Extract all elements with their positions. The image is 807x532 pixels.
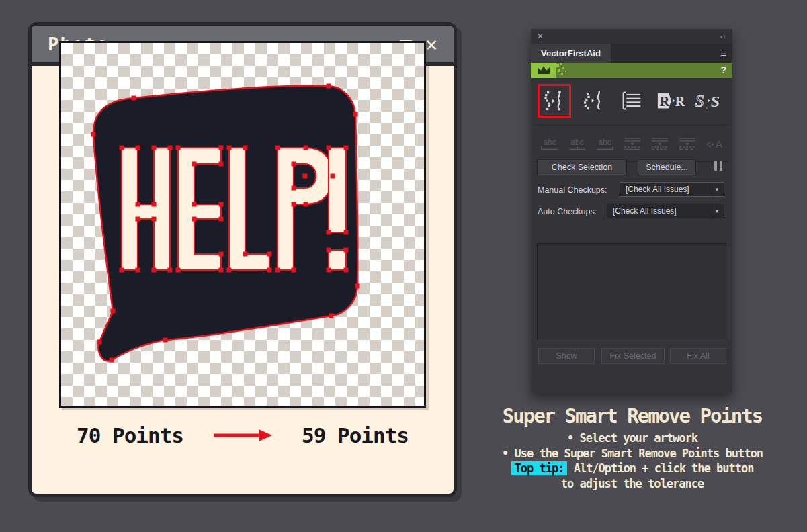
- paragraph-spacing-icon-3[interactable]: [679, 137, 696, 152]
- panel-collapse-icon[interactable]: ‹‹: [720, 32, 726, 40]
- auto-checkups-value: [Check All Issues]: [607, 206, 710, 216]
- abc-underline-left-icon[interactable]: abc: [541, 138, 558, 150]
- chevron-down-icon[interactable]: ▼: [710, 183, 724, 196]
- toolbar-divider: [535, 125, 728, 126]
- close-button[interactable]: ✕: [425, 34, 437, 54]
- issues-list[interactable]: [537, 243, 726, 339]
- manual-checkups-label: Manual Checkups:: [538, 185, 607, 195]
- artwork-canvas: HELP!: [59, 41, 426, 408]
- svg-text:x: x: [706, 105, 709, 111]
- crown-icon: [531, 63, 556, 78]
- vectorfirstaid-panel: ✕ ‹‹ VectorFirstAid ≡ ?: [531, 29, 732, 393]
- panel-tab-row: VectorFirstAid ≡: [531, 44, 732, 63]
- schedule-button[interactable]: Schedule...: [638, 159, 696, 175]
- manual-checkups-value: [Check All Issues]: [620, 185, 710, 194]
- help-icon[interactable]: ?: [720, 63, 732, 78]
- tutorial-bullet-2: • Use the Super Smart Remove Points butt…: [462, 446, 802, 461]
- super-smart-remove-points-button[interactable]: [540, 86, 569, 116]
- kerning-icon[interactable]: A: [706, 140, 722, 149]
- panel-close-icon[interactable]: ✕: [537, 32, 544, 41]
- smart-remove-points-button[interactable]: [579, 86, 608, 116]
- points-before: 70 Points: [77, 423, 183, 447]
- banner-pixel-dissolve: [556, 63, 568, 78]
- auto-checkups-label: Auto Checkups:: [538, 207, 597, 216]
- auto-checkups-dropdown[interactable]: [Check All Issues] ▼: [607, 204, 724, 218]
- panel-menu-icon[interactable]: ≡: [720, 48, 732, 59]
- tutorial-tip-line-2: to adjust the tolerance: [462, 476, 802, 492]
- main-toolbar: R R S x S: [531, 81, 732, 120]
- replace-fancy-font-s-button[interactable]: S x S: [694, 86, 724, 116]
- tutorial-bullet-1: • Select your artwork: [462, 431, 802, 446]
- text-tools-row: abc abc abc: [531, 130, 732, 159]
- show-button[interactable]: Show: [538, 348, 595, 364]
- panel-header-strip: ✕ ‹‹: [531, 29, 732, 44]
- tutorial-caption: Super Smart Remove Points • Select your …: [462, 404, 802, 491]
- svg-text:S: S: [695, 92, 704, 110]
- tutorial-tip-line: Top tip: Alt/Option + click the button: [462, 461, 802, 476]
- manual-checkups-dropdown[interactable]: [Check All Issues] ▼: [620, 182, 724, 197]
- tutorial-title: Super Smart Remove Points: [462, 404, 802, 427]
- svg-text:R: R: [675, 94, 685, 109]
- svg-text:R: R: [659, 94, 669, 109]
- license-banner: ?: [531, 63, 732, 78]
- tab-vectorfirstaid[interactable]: VectorFirstAid: [531, 44, 611, 63]
- red-arrow-icon: [212, 428, 273, 443]
- pause-checkups-icon[interactable]: [714, 161, 722, 171]
- tip-text: Alt/Option + click the button: [574, 461, 754, 475]
- paragraph-spacing-icon-2[interactable]: [651, 137, 669, 152]
- fix-all-button[interactable]: Fix All: [670, 348, 726, 364]
- convert-outlined-text-r-button[interactable]: R R: [656, 86, 685, 116]
- check-selection-button[interactable]: Check Selection: [537, 159, 627, 175]
- paragraph-spacing-icon-1[interactable]: [624, 137, 641, 152]
- chevron-down-icon[interactable]: ▼: [710, 204, 724, 218]
- svg-text:S: S: [711, 93, 720, 110]
- top-tip-badge: Top tip:: [511, 461, 568, 475]
- abc-underline-right-icon[interactable]: abc: [596, 138, 613, 150]
- abc-underline-mid-icon[interactable]: abc: [568, 138, 586, 150]
- text-paragraph-cleanup-button[interactable]: [617, 86, 646, 116]
- fix-selected-button[interactable]: Fix Selected: [601, 348, 665, 364]
- points-caption: 70 Points 59 Points: [32, 420, 454, 450]
- points-after: 59 Points: [302, 423, 409, 447]
- help-speech-bubble-artwork: [61, 43, 424, 406]
- photo-window: Photo _ □ ✕ HELP! 70 Points: [28, 22, 457, 497]
